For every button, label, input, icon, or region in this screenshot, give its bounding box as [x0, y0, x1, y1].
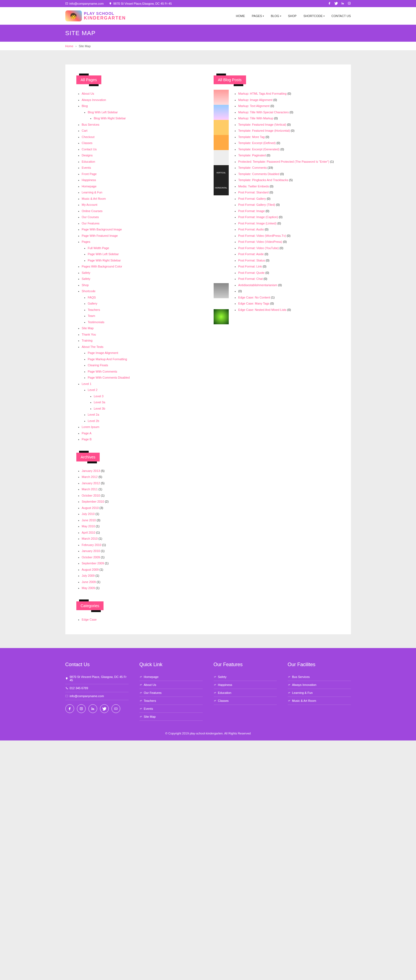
page-link[interactable]: Safety — [82, 271, 90, 274]
page-link[interactable]: March 2010 — [82, 537, 98, 540]
page-link[interactable]: Page With Comments Disabled — [88, 376, 130, 379]
footer-link[interactable]: Education — [214, 689, 277, 697]
page-link[interactable]: March 2011 — [82, 488, 98, 491]
page-link[interactable]: Page B — [82, 438, 92, 441]
page-link[interactable]: Post Format: Aside — [238, 252, 264, 256]
footer-link[interactable]: Learning & Fun — [288, 689, 351, 697]
page-link[interactable]: Level 1 — [82, 382, 91, 385]
nav-home[interactable]: HOME — [236, 14, 245, 18]
page-link[interactable]: Edge Case: No Content — [238, 296, 270, 299]
page-link[interactable]: Template: Excerpt (Defined) — [238, 141, 276, 145]
page-link[interactable]: My Account — [82, 203, 97, 206]
page-link[interactable]: July 2010 — [82, 512, 95, 515]
page-link[interactable]: Education — [82, 160, 95, 163]
page-link[interactable]: Markup: Title With Markup — [238, 116, 274, 120]
page-link[interactable]: Cart — [82, 129, 88, 132]
footer-link[interactable]: Happiness — [214, 681, 277, 689]
page-link[interactable]: Blog With Left Sidebar — [88, 111, 118, 114]
page-link[interactable]: Post Format: Quote — [238, 271, 265, 274]
page-link[interactable]: January 2010 — [82, 549, 100, 552]
page-link[interactable]: Contact Us — [82, 148, 97, 151]
page-link[interactable]: Level 2b — [88, 419, 99, 423]
page-link[interactable]: Blog — [82, 104, 88, 108]
page-link[interactable]: About The Tests — [82, 345, 104, 348]
page-link[interactable]: Page With Right Sidebar — [88, 259, 121, 262]
page-link[interactable]: Front Page — [82, 172, 97, 176]
page-link[interactable]: May 2009 — [82, 586, 95, 590]
footer-link[interactable]: Always Innovation — [288, 681, 351, 689]
page-link[interactable]: FAQS — [88, 296, 96, 299]
page-link[interactable]: September 2009 — [82, 562, 104, 565]
thumb[interactable] — [214, 150, 229, 165]
page-link[interactable]: Blog With Right Sidebar — [94, 116, 126, 120]
page-link[interactable]: Safety — [82, 277, 90, 280]
page-link[interactable]: Events — [82, 166, 91, 169]
page-link[interactable]: Edge Case: Many Tags — [238, 302, 269, 305]
page-link[interactable]: Our Courses — [82, 215, 99, 219]
page-link[interactable]: Template: Paginated — [238, 154, 266, 157]
footer-facebook-icon[interactable] — [65, 704, 74, 713]
page-link[interactable]: Music & Art Room — [82, 197, 106, 200]
thumb[interactable] — [214, 135, 229, 150]
page-link[interactable]: Checkout — [82, 135, 94, 138]
page-link[interactable]: Page With Background Image — [82, 228, 122, 231]
page-link[interactable]: Post Format: Gallery (Tiled) — [238, 203, 276, 206]
page-link[interactable]: Markup: Text Alignment — [238, 104, 269, 108]
page-link[interactable]: June 2010 — [82, 519, 96, 522]
page-link[interactable]: Classes — [82, 141, 92, 145]
page-link[interactable]: March 2012 — [82, 475, 98, 479]
nav-blog[interactable]: BLOG ▾ — [271, 14, 281, 18]
footer-link[interactable]: Homepage — [139, 673, 202, 681]
page-link[interactable]: Training — [82, 339, 92, 342]
logo[interactable]: 🧒 PLAY SCHOOL KINDERGARTEN — [65, 10, 126, 21]
page-link[interactable]: Post Format: Image (Caption) — [238, 215, 278, 219]
page-link[interactable]: Level 3b — [94, 407, 105, 410]
page-link[interactable]: Happiness — [82, 178, 96, 181]
page-link[interactable]: Teachers — [88, 308, 100, 312]
page-link[interactable]: Template: Comments — [238, 166, 267, 169]
page-link[interactable]: Thank You — [82, 333, 96, 336]
facebook-icon[interactable] — [328, 2, 331, 5]
thumb[interactable] — [214, 90, 229, 105]
page-link[interactable]: Post Format: Status — [238, 259, 265, 262]
page-link[interactable]: June 2009 — [82, 580, 96, 584]
footer-link[interactable]: Our Features — [139, 689, 202, 697]
nav-shop[interactable]: SHOP — [288, 14, 296, 18]
footer-link[interactable]: About Us — [139, 681, 202, 689]
page-link[interactable]: Pages With Background Color — [82, 265, 122, 268]
page-link[interactable]: Bus Services — [82, 123, 99, 126]
thumb[interactable] — [214, 105, 229, 120]
page-link[interactable]: Level 3a — [94, 401, 105, 404]
nav-shortcode[interactable]: SHORTCODE ▾ — [303, 14, 325, 18]
page-link[interactable]: Gallery — [88, 302, 97, 305]
page-link[interactable]: Antidisestablishmentarianism — [238, 283, 277, 287]
page-link[interactable]: September 2010 — [82, 500, 104, 503]
page-link[interactable]: October 2010 — [82, 494, 100, 497]
page-link[interactable]: Homepage — [82, 185, 97, 188]
page-link[interactable]: Post Format: Audio — [238, 228, 264, 231]
linkedin-icon[interactable] — [341, 2, 344, 5]
footer-link[interactable]: Bus Services — [288, 673, 351, 681]
page-link[interactable]: Level 2a — [88, 413, 99, 416]
page-link[interactable]: Template: Excerpt (Generated) — [238, 148, 279, 151]
page-link[interactable]: Page With Left Sidebar — [88, 252, 119, 256]
footer-link[interactable]: Classes — [214, 697, 277, 705]
page-link[interactable]: Page A — [82, 431, 91, 435]
thumb[interactable] — [214, 283, 229, 298]
page-link[interactable]: May 2010 — [82, 525, 95, 528]
page-link[interactable]: Post Format: Gallery — [238, 197, 266, 200]
page-link[interactable]: Post Format: Video (YouTube) — [238, 247, 279, 250]
page-link[interactable]: Page Markup And Formatting — [88, 358, 127, 361]
page-link[interactable]: February 2010 — [82, 543, 102, 547]
thumb-horizontal[interactable]: HORIZONTAL — [214, 180, 229, 195]
page-link[interactable]: Page With Featured Image — [82, 234, 118, 237]
page-link[interactable]: July 2009 — [82, 574, 95, 577]
thumb[interactable] — [214, 120, 229, 135]
page-link[interactable]: January 2012 — [82, 482, 100, 485]
footer-youtube-icon[interactable] — [112, 704, 120, 713]
footer-link[interactable]: Safety — [214, 673, 277, 681]
page-link[interactable]: August 2009 — [82, 568, 99, 571]
page-link[interactable]: Edge Case — [82, 618, 97, 621]
footer-link[interactable]: Events — [139, 705, 202, 713]
page-link[interactable]: Markup: Image Alignment — [238, 98, 273, 102]
